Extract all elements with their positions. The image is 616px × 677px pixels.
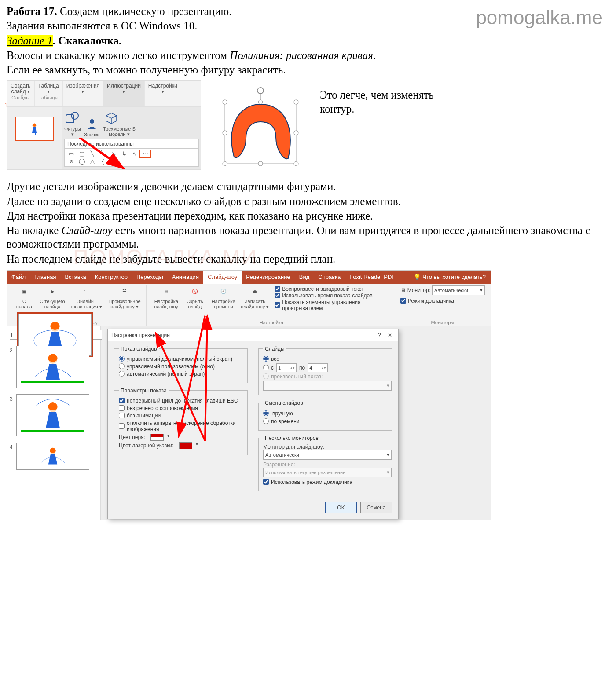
clock-icon: 🕘	[216, 285, 231, 298]
slide-thumb-1[interactable]: 1	[10, 330, 102, 340]
disable-hw-check[interactable]: отключить аппаратное ускорение обработки…	[119, 420, 243, 432]
svg-point-5	[90, 119, 94, 124]
ribbon-btn-illustrations[interactable]: Иллюстрации ▾	[103, 81, 145, 106]
hair-freeform-shape[interactable]	[231, 104, 290, 159]
powerpoint-insert-ribbon: Создать слайд ▾Слайды Таблица ▾Таблицы И…	[7, 80, 201, 169]
ribbon-btn-new-slide[interactable]: Создать слайд ▾Слайды	[7, 81, 35, 106]
presenter-view-check[interactable]: Режим докладчика	[400, 298, 485, 304]
handle-icon[interactable]	[294, 100, 298, 104]
handle-icon[interactable]	[258, 100, 263, 104]
ribbon-btn-images[interactable]: Изображения ▾	[63, 81, 103, 106]
figure-ribbon-shapes: Создать слайд ▾Слайды Таблица ▾Таблицы И…	[7, 80, 609, 175]
tab-transitions[interactable]: Переходы	[132, 271, 168, 284]
use-presenter-check[interactable]: Использовать режим докладчика	[263, 479, 387, 485]
hide-slide-button[interactable]: 🚫Скрыть слайд	[183, 285, 206, 309]
pen-color-row[interactable]: Цвет пера:	[119, 434, 243, 441]
handle-icon[interactable]	[223, 161, 227, 166]
slide-thumb-4[interactable]: 4	[10, 443, 98, 470]
slide-number: 1	[4, 102, 7, 109]
slide-thumb-3[interactable]: 3	[10, 394, 98, 436]
shape-freeform-icon[interactable]: 〰	[140, 150, 150, 157]
lightbulb-icon: 💡	[414, 274, 421, 280]
radio-browsed[interactable]: управляемый пользователем (окно)	[119, 363, 243, 370]
ribbon-btn-table[interactable]: Таблица ▾Таблицы	[35, 81, 63, 106]
tab-home[interactable]: Главная	[30, 271, 60, 284]
monitor-select[interactable]: 🖥 Монитор: Автоматически▾	[400, 285, 485, 295]
shape-curve-icon[interactable]: ∿	[130, 150, 139, 157]
tab-insert[interactable]: Вставка	[60, 271, 90, 284]
from-current-button[interactable]: ▶С текущего слайда	[40, 285, 65, 309]
radio-timed[interactable]: по времени	[263, 418, 387, 424]
ribbon-btn-addins[interactable]: Надстройки ▾	[145, 81, 181, 106]
shape-scribble-icon[interactable]: ƨ	[66, 158, 76, 165]
tab-design[interactable]: Конструктор	[91, 271, 132, 284]
shape-line-icon[interactable]: ╲	[88, 150, 97, 157]
handle-icon[interactable]	[223, 100, 227, 104]
radio-presenter[interactable]: управляемый докладчиком (полный экран)	[119, 356, 243, 362]
figure-slideshow-settings: ПОМОГАЛКА.МИ Файл Главная Вставка Констр…	[7, 270, 491, 520]
paragraph: На вкладке Слайд-шоу есть много варианто…	[7, 223, 609, 251]
slide-thumb-2[interactable]: 2	[10, 346, 98, 388]
radio-kiosk[interactable]: автоматический (полный экран)	[119, 371, 243, 377]
recent-shapes-label: Последние использованны	[64, 139, 199, 149]
laser-color-row[interactable]: Цвет лазерной указки:	[119, 442, 243, 449]
handle-icon[interactable]	[258, 161, 263, 166]
shape-textbox-icon[interactable]: ▭	[66, 150, 76, 157]
tab-slideshow[interactable]: Слайд-шоу	[203, 271, 242, 284]
shape-tri-icon[interactable]: △	[88, 158, 97, 165]
tab-file[interactable]: Файл	[7, 271, 30, 284]
tab-animations[interactable]: Анимация	[168, 271, 203, 284]
monitor-select-dialog[interactable]: Автоматически▾	[263, 450, 392, 460]
no-narration-check[interactable]: без речевого сопровождения	[119, 405, 243, 411]
tab-foxit[interactable]: Foxit Reader PDF	[345, 271, 400, 284]
radio-from-to[interactable]: с	[263, 365, 274, 371]
custom-show-button[interactable]: ☱Произвольное слайд-шоу ▾	[106, 285, 143, 310]
group-label: Настройка	[152, 320, 391, 325]
help-icon[interactable]: ?	[375, 332, 384, 338]
from-input[interactable]: 1▴▾	[276, 363, 297, 372]
play-narrations-check[interactable]: Воспроизвести закадровый текст	[275, 286, 391, 292]
site-watermark: pomogalka.me	[476, 7, 603, 29]
shapes-button[interactable]: Фигуры ▾	[64, 110, 81, 137]
show-controls-check[interactable]: Показать элементы управления проигрывате…	[275, 299, 391, 311]
slide-thumbnail[interactable]	[15, 117, 54, 141]
tab-review[interactable]: Рецензирование	[242, 271, 294, 284]
radio-manual[interactable]: вручную	[263, 410, 387, 417]
handle-icon[interactable]	[294, 131, 298, 135]
icons-button[interactable]: Значки	[84, 115, 100, 137]
tab-view[interactable]: Вид	[295, 271, 314, 284]
handle-icon[interactable]	[294, 161, 298, 166]
3d-models-button[interactable]: Трехмерные S модели ▾	[103, 110, 136, 137]
tab-help[interactable]: Справка	[314, 271, 345, 284]
setup-show-button[interactable]: 🖥Настройка слайд-шоу	[152, 285, 180, 309]
cancel-button[interactable]: Отмена	[360, 502, 392, 513]
from-beginning-button[interactable]: ▣С начала	[11, 285, 37, 309]
shape-arrow-icon[interactable]: ↘	[109, 150, 118, 157]
shape-connector-icon[interactable]: ↳	[119, 150, 129, 157]
hair-shape-editor	[214, 84, 307, 175]
shape-oval-icon[interactable]: ◯	[77, 158, 87, 165]
setup-icon: 🖥	[159, 285, 174, 298]
close-icon[interactable]: ✕	[385, 332, 395, 338]
present-online-button[interactable]: 🖵Онлайн- презентация ▾	[68, 285, 104, 310]
chevron-down-icon: ▾	[480, 287, 483, 293]
handle-icon[interactable]	[223, 131, 227, 135]
use-timings-check[interactable]: Использовать время показа слайдов	[275, 293, 391, 299]
to-input[interactable]: 4▴▾	[308, 363, 328, 372]
cube-icon	[105, 112, 118, 124]
shape-line2-icon[interactable]: ╲	[98, 150, 108, 157]
no-animation-check[interactable]: без анимации	[119, 413, 243, 419]
tell-me-search[interactable]: 💡Что вы хотите сделать?	[414, 274, 491, 280]
ok-button[interactable]: OK	[325, 502, 357, 513]
show-options-group: Параметры показа непрерывный цикл до наж…	[114, 388, 248, 455]
shape-rect-icon[interactable]: ▢	[77, 150, 87, 157]
shape-brace1-icon[interactable]: {	[98, 158, 108, 165]
recent-shapes-grid[interactable]: ▭ ▢ ╲ ╲ ↘ ↳ ∿ 〰 ƨ ◯ △ { }	[64, 149, 199, 167]
record-button[interactable]: ⏺Записать слайд-шоу ▾	[241, 285, 269, 310]
radio-all-slides[interactable]: все	[263, 356, 387, 362]
shape-brace2-icon[interactable]: }	[109, 158, 118, 165]
loop-check[interactable]: непрерывный цикл до нажатия клавиши ESC	[119, 398, 243, 404]
rotate-handle-icon[interactable]	[257, 88, 264, 94]
resolution-label: Разрешение:	[263, 461, 387, 468]
rehearse-button[interactable]: 🕘Настройка времени	[209, 285, 238, 309]
